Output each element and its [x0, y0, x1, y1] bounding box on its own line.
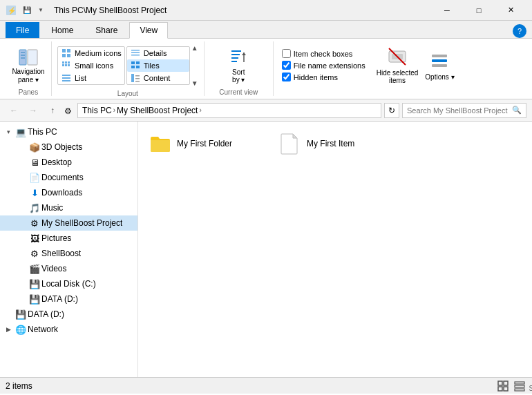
- tab-view[interactable]: View: [129, 22, 168, 39]
- path-icon: ⚙: [64, 106, 75, 115]
- desktop-icon: 🖥: [29, 157, 40, 168]
- refresh-button[interactable]: ↻: [384, 103, 399, 118]
- ribbon-group-current-view: Sortby ▾ Current view: [205, 41, 274, 96]
- layout-scroll: ▲ ▼: [191, 44, 198, 87]
- navigation-pane-icon: [17, 47, 39, 68]
- svg-rect-3: [28, 50, 37, 65]
- sidebar-item-data-d-2[interactable]: 💾 DATA (D:): [0, 307, 137, 322]
- back-button[interactable]: ←: [6, 102, 22, 119]
- sidebar-item-downloads[interactable]: ⬇ Downloads: [0, 185, 137, 200]
- search-input[interactable]: [407, 106, 509, 115]
- local-disk-c-icon: 💾: [29, 278, 40, 289]
- shellboost-project-label: My ShellBoost Project: [41, 218, 122, 228]
- svg-rect-20: [131, 50, 140, 51]
- svg-rect-7: [62, 49, 66, 52]
- navigation-pane-label: Navigationpane ▾: [12, 68, 44, 84]
- svg-rect-9: [62, 54, 66, 57]
- file-name-extensions-label[interactable]: File name extensions: [279, 60, 368, 70]
- status-text: 2 items: [6, 381, 32, 391]
- tab-share[interactable]: Share: [85, 22, 128, 38]
- my-first-item-label: My First Item: [307, 139, 354, 148]
- help-button[interactable]: ?: [513, 24, 526, 38]
- layout-scroll-down[interactable]: ▼: [191, 79, 198, 87]
- sidebar-item-3d-objects[interactable]: 📦 3D Objects: [0, 139, 137, 155]
- layout-scroll-up[interactable]: ▲: [191, 44, 198, 52]
- file-item-my-first-folder[interactable]: My First Folder: [146, 130, 271, 157]
- details-button[interactable]: Details: [127, 47, 189, 59]
- this-pc-expand[interactable]: ▾: [3, 126, 14, 137]
- sidebar-item-shellboost-project[interactable]: ⚙ My ShellBoost Project: [0, 215, 137, 231]
- 3d-objects-icon: 📦: [29, 142, 40, 153]
- local-disk-c-expand: [17, 278, 28, 289]
- local-disk-c-label: Local Disk (C:): [41, 279, 96, 289]
- medium-icons-button[interactable]: Medium icons: [58, 47, 124, 59]
- network-expand[interactable]: ▶: [3, 324, 14, 335]
- sidebar-item-network[interactable]: ▶ 🌐 Network: [0, 322, 137, 337]
- details-label: Details: [144, 49, 167, 57]
- navigation-pane-button[interactable]: Navigationpane ▾: [11, 44, 46, 86]
- layout-col-1: Medium icons Small icons: [57, 46, 125, 85]
- close-button[interactable]: ✕: [495, 0, 526, 21]
- network-icon: 🌐: [15, 324, 26, 335]
- maximize-button[interactable]: □: [463, 0, 495, 21]
- pictures-label: Pictures: [41, 233, 71, 243]
- nav-undo[interactable]: ▼: [35, 4, 47, 17]
- sort-by-button[interactable]: Sortby ▾: [224, 44, 253, 86]
- data-d-2-expand: [3, 309, 14, 320]
- videos-icon: 🎬: [29, 263, 40, 274]
- up-button[interactable]: ↑: [44, 102, 61, 119]
- file-icon: [279, 133, 301, 155]
- options-button[interactable]: Options ▾: [422, 44, 457, 86]
- list-icon: [61, 73, 72, 84]
- svg-rect-42: [432, 64, 447, 67]
- svg-rect-16: [68, 64, 70, 66]
- svg-rect-41: [432, 59, 447, 62]
- path-sep-1: ›: [113, 106, 115, 114]
- sidebar-item-data-d-1[interactable]: 💾 DATA (D:): [0, 291, 137, 307]
- svg-rect-15: [65, 64, 67, 66]
- title-bar-left: ⚡ 💾 ▼ This PC\My ShellBoost Project: [6, 4, 167, 17]
- current-view-content: Sortby ▾: [224, 44, 253, 86]
- tab-file[interactable]: File: [6, 22, 39, 38]
- path-sep-2: ›: [199, 106, 201, 114]
- hidden-items-label[interactable]: Hidden items: [279, 72, 368, 82]
- forward-button[interactable]: →: [25, 102, 41, 119]
- minimize-button[interactable]: ─: [431, 0, 463, 21]
- documents-expand: [17, 172, 28, 183]
- tiles-button[interactable]: Tiles: [127, 59, 189, 72]
- tiles-label: Tiles: [144, 61, 160, 70]
- sidebar-item-pictures[interactable]: 🖼 Pictures: [0, 231, 137, 246]
- sort-by-icon: [229, 47, 248, 68]
- svg-rect-10: [67, 54, 70, 57]
- address-path[interactable]: This PC › My ShellBoost Project ›: [77, 103, 381, 118]
- file-name-extensions-checkbox[interactable]: [282, 61, 291, 70]
- sidebar-item-shellboost[interactable]: ⚙ ShellBoost: [0, 246, 137, 261]
- small-icons-button[interactable]: Small icons: [58, 59, 124, 72]
- hidden-items-checkbox[interactable]: [282, 73, 291, 81]
- main-layout: ▾ 💻 This PC 📦 3D Objects 🖥 Desktop 📄 Doc…: [0, 122, 532, 377]
- tab-home[interactable]: Home: [41, 22, 84, 38]
- list-button[interactable]: List: [58, 72, 124, 84]
- item-check-boxes-label[interactable]: Item check boxes: [279, 48, 368, 59]
- ribbon: Navigationpane ▾ Panes Medium icons: [0, 39, 532, 99]
- documents-icon: 📄: [29, 172, 40, 183]
- nav-save[interactable]: 💾: [21, 4, 33, 17]
- path-project[interactable]: My ShellBoost Project: [117, 106, 198, 115]
- sidebar-item-videos[interactable]: 🎬 Videos: [0, 261, 137, 276]
- ribbon-group-show-hide: Item check boxes File name extensions Hi…: [274, 41, 467, 96]
- sidebar-item-music[interactable]: 🎵 Music: [0, 200, 137, 215]
- svg-rect-21: [131, 52, 140, 54]
- file-item-my-first-item[interactable]: My First Item: [276, 130, 401, 157]
- sidebar-item-desktop[interactable]: 🖥 Desktop: [0, 155, 137, 170]
- item-check-boxes-checkbox[interactable]: [282, 49, 291, 58]
- shellboost-expand: [17, 248, 28, 259]
- sidebar-item-local-disk-c[interactable]: 💾 Local Disk (C:): [0, 276, 137, 291]
- content-area: My First Folder My First Item: [138, 122, 532, 377]
- path-this-pc[interactable]: This PC: [82, 106, 112, 115]
- sidebar-item-documents[interactable]: 📄 Documents: [0, 170, 137, 185]
- svg-rect-25: [131, 66, 135, 68]
- hide-selected-items-button[interactable]: Hide selecteditems: [374, 44, 421, 86]
- content-button[interactable]: Content: [127, 72, 189, 84]
- sidebar-item-this-pc[interactable]: ▾ 💻 This PC: [0, 124, 137, 139]
- music-icon: 🎵: [29, 202, 40, 213]
